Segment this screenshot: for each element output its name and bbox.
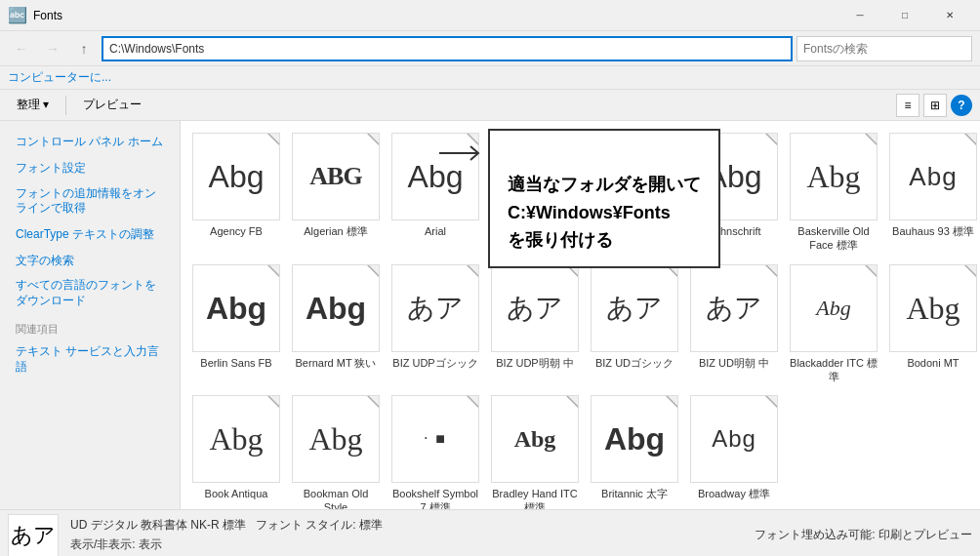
font-item-algerian[interactable]: ABGAlgerian 標準 — [288, 129, 384, 257]
font-item-biz-udp-mincho[interactable]: あアBIZ UDP明朝 中 — [487, 260, 583, 388]
font-item-bernard-mt[interactable]: AbgBernard MT 狭い — [288, 260, 384, 388]
title-bar: 🔤 Fonts ─ □ ✕ — [0, 0, 980, 31]
maximize-button[interactable]: □ — [882, 0, 927, 31]
callout-box: 適当なフォルダを開いて C:¥Windows¥Fonts を張り付ける — [488, 129, 720, 268]
status-embed-info: フォント埋め込み可能: 印刷とプレビュー — [755, 527, 972, 543]
window-title: Fonts — [33, 9, 62, 22]
font-item-biz-udp-gothic[interactable]: あアBIZ UDPゴシック — [388, 260, 483, 388]
font-item-bodoni-mt[interactable]: AbgBodoni MT — [885, 260, 980, 388]
search-input[interactable] — [796, 36, 972, 61]
title-bar-controls: ─ □ ✕ — [837, 0, 972, 31]
status-font-name: UD デジタル 教科書体 NK-R 標準 フォント スタイル: 標準 — [70, 516, 383, 535]
font-item-britannic[interactable]: AbgBritannic 太字 — [587, 391, 682, 509]
toolbar-separator — [65, 96, 66, 115]
toolbar: 整理 ▾ プレビュー ≡ ⊞ ? — [0, 90, 980, 121]
organize-button[interactable]: 整理 ▾ — [8, 94, 58, 116]
content-area[interactable]: 適当なフォルダを開いて C:¥Windows¥Fonts を張り付ける AbgA… — [181, 121, 980, 509]
sidebar: コントロール パネル ホーム フォント設定 フォントの追加情報をオンラインで取得… — [0, 121, 181, 509]
font-item-biz-ud-mincho[interactable]: あアBIZ UD明朝 中 — [686, 260, 782, 388]
font-item-bookman-old[interactable]: AbgBookman Old Style — [288, 391, 384, 509]
address-bar[interactable] — [102, 36, 793, 61]
callout-container: 適当なフォルダを開いて C:¥Windows¥Fonts を張り付ける — [439, 129, 720, 268]
help-button[interactable]: ? — [951, 95, 972, 116]
preview-button[interactable]: プレビュー — [74, 94, 150, 116]
font-item-broadway[interactable]: AbgBroadway 標準 — [686, 391, 782, 509]
font-item-bookshelf[interactable]: · ■Bookshelf Symbol 7 標準 — [388, 391, 483, 509]
up-button[interactable]: ↑ — [70, 35, 98, 62]
font-item-blackadder[interactable]: AbgBlackadder ITC 標準 — [786, 260, 881, 388]
font-item-bauhaus[interactable]: AbgBauhaus 93 標準 — [885, 129, 980, 257]
view-controls: ≡ ⊞ ? — [896, 94, 972, 117]
sidebar-item-find-char[interactable]: 文字の検索 — [0, 248, 180, 274]
close-button[interactable]: ✕ — [927, 0, 972, 31]
font-item-book-antiqua[interactable]: AbgBook Antiqua — [188, 391, 284, 509]
sidebar-item-font-settings[interactable]: フォント設定 — [0, 155, 180, 181]
view-tile-button[interactable]: ⊞ — [923, 94, 947, 117]
font-item-bradley-hand[interactable]: AbgBradley Hand ITC 標準 — [487, 391, 583, 509]
minimize-button[interactable]: ─ — [837, 0, 882, 31]
back-button[interactable]: ← — [8, 35, 35, 62]
status-info: UD デジタル 教科書体 NK-R 標準 フォント スタイル: 標準 表示/非表… — [70, 516, 383, 553]
font-item-biz-ud-gothic[interactable]: あアBIZ UDゴシック — [587, 260, 682, 388]
title-bar-left: 🔤 Fonts — [8, 6, 62, 24]
font-item-baskerville[interactable]: AbgBaskerville Old Face 標準 — [786, 129, 881, 257]
breadcrumb-computer[interactable]: コンピューターに... — [8, 69, 111, 86]
fonts-icon: 🔤 — [8, 6, 27, 24]
callout-text: 適当なフォルダを開いて C:¥Windows¥Fonts を張り付ける — [508, 175, 701, 251]
font-item-berlin-sans[interactable]: AbgBerlin Sans FB — [188, 260, 284, 388]
sidebar-item-download-fonts[interactable]: すべての言語のフォントをダウンロード — [0, 273, 180, 313]
main-layout: コントロール パネル ホーム フォント設定 フォントの追加情報をオンラインで取得… — [0, 121, 980, 509]
sidebar-item-control-panel-home[interactable]: コントロール パネル ホーム — [0, 129, 180, 155]
sidebar-related-label: 関連項目 — [0, 314, 180, 338]
sidebar-item-text-services[interactable]: テキスト サービスと入力言語 — [0, 338, 180, 381]
sidebar-item-cleartype[interactable]: ClearType テキストの調整 — [0, 221, 180, 248]
callout-arrow-svg — [439, 139, 488, 168]
font-item-agency-fb[interactable]: AbgAgency FB — [188, 129, 284, 257]
status-font-preview: あア — [8, 514, 59, 557]
forward-button[interactable]: → — [39, 35, 66, 62]
breadcrumb-bar: コンピューターに... — [0, 66, 980, 90]
status-font-display: 表示/非表示: 表示 — [70, 536, 383, 554]
view-list-button[interactable]: ≡ — [896, 94, 919, 117]
sidebar-item-font-online[interactable]: フォントの追加情報をオンラインで取得 — [0, 181, 180, 221]
status-preview-text: あア — [11, 521, 56, 550]
status-bar: あア UD デジタル 教科書体 NK-R 標準 フォント スタイル: 標準 表示… — [0, 509, 980, 556]
nav-bar: ← → ↑ — [0, 31, 980, 66]
